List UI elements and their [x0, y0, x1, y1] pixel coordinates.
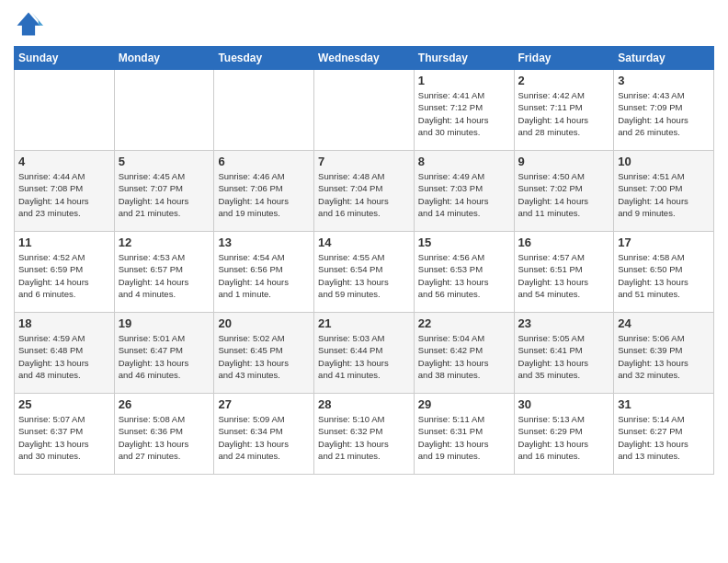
calendar-week-row: 11Sunrise: 4:52 AM Sunset: 6:59 PM Dayli… [15, 232, 714, 313]
calendar-cell: 25Sunrise: 5:07 AM Sunset: 6:37 PM Dayli… [15, 394, 115, 475]
svg-marker-0 [17, 13, 40, 36]
weekday-header: Thursday [414, 47, 514, 70]
day-info: Sunrise: 4:52 AM Sunset: 6:59 PM Dayligh… [18, 251, 110, 300]
day-number: 6 [218, 155, 310, 168]
calendar-cell: 22Sunrise: 5:04 AM Sunset: 6:42 PM Dayli… [414, 313, 514, 394]
calendar-cell: 3Sunrise: 4:43 AM Sunset: 7:09 PM Daylig… [614, 70, 714, 151]
logo-icon [14, 9, 43, 39]
day-info: Sunrise: 4:59 AM Sunset: 6:48 PM Dayligh… [18, 332, 110, 381]
day-info: Sunrise: 5:07 AM Sunset: 6:37 PM Dayligh… [18, 413, 110, 462]
day-info: Sunrise: 5:02 AM Sunset: 6:45 PM Dayligh… [218, 332, 310, 381]
day-info: Sunrise: 4:55 AM Sunset: 6:54 PM Dayligh… [318, 251, 410, 300]
day-number: 30 [518, 397, 610, 411]
day-info: Sunrise: 4:44 AM Sunset: 7:08 PM Dayligh… [18, 170, 110, 219]
day-number: 20 [218, 316, 310, 330]
calendar-cell [314, 70, 415, 151]
calendar-cell: 28Sunrise: 5:10 AM Sunset: 6:32 PM Dayli… [314, 394, 415, 475]
day-number: 17 [618, 236, 710, 249]
calendar-cell: 10Sunrise: 4:51 AM Sunset: 7:00 PM Dayli… [614, 151, 714, 232]
day-info: Sunrise: 4:45 AM Sunset: 7:07 PM Dayligh… [119, 170, 210, 219]
calendar-cell: 14Sunrise: 4:55 AM Sunset: 6:54 PM Dayli… [314, 232, 415, 313]
day-info: Sunrise: 4:48 AM Sunset: 7:04 PM Dayligh… [318, 170, 410, 219]
day-info: Sunrise: 5:14 AM Sunset: 6:27 PM Dayligh… [618, 413, 710, 462]
day-info: Sunrise: 5:10 AM Sunset: 6:32 PM Dayligh… [318, 413, 410, 462]
day-number: 9 [518, 155, 610, 168]
calendar-cell: 19Sunrise: 5:01 AM Sunset: 6:47 PM Dayli… [114, 313, 214, 394]
calendar-cell: 2Sunrise: 4:42 AM Sunset: 7:11 PM Daylig… [514, 70, 614, 151]
day-number: 19 [119, 316, 210, 330]
day-number: 24 [618, 316, 710, 330]
calendar-cell: 12Sunrise: 4:53 AM Sunset: 6:57 PM Dayli… [114, 232, 214, 313]
calendar-cell: 6Sunrise: 4:46 AM Sunset: 7:06 PM Daylig… [214, 151, 314, 232]
day-info: Sunrise: 4:42 AM Sunset: 7:11 PM Dayligh… [518, 89, 610, 138]
day-number: 22 [418, 316, 510, 330]
calendar-cell: 7Sunrise: 4:48 AM Sunset: 7:04 PM Daylig… [314, 151, 415, 232]
day-info: Sunrise: 4:54 AM Sunset: 6:56 PM Dayligh… [218, 251, 310, 300]
calendar-cell: 29Sunrise: 5:11 AM Sunset: 6:31 PM Dayli… [414, 394, 514, 475]
day-number: 1 [418, 74, 510, 87]
day-number: 5 [119, 155, 210, 168]
weekday-header: Friday [514, 47, 614, 70]
logo [14, 9, 47, 39]
day-info: Sunrise: 5:13 AM Sunset: 6:29 PM Dayligh… [518, 413, 610, 462]
day-number: 16 [518, 236, 610, 249]
day-number: 31 [618, 397, 710, 411]
calendar-cell: 11Sunrise: 4:52 AM Sunset: 6:59 PM Dayli… [15, 232, 115, 313]
weekday-header: Tuesday [214, 47, 314, 70]
calendar-cell: 17Sunrise: 4:58 AM Sunset: 6:50 PM Dayli… [614, 232, 714, 313]
day-info: Sunrise: 4:41 AM Sunset: 7:12 PM Dayligh… [418, 89, 510, 138]
day-number: 4 [18, 155, 110, 168]
day-number: 13 [218, 236, 310, 249]
day-number: 11 [18, 236, 110, 249]
calendar-cell: 21Sunrise: 5:03 AM Sunset: 6:44 PM Dayli… [314, 313, 415, 394]
calendar-cell: 23Sunrise: 5:05 AM Sunset: 6:41 PM Dayli… [514, 313, 614, 394]
weekday-header: Sunday [15, 47, 115, 70]
day-number: 25 [18, 397, 110, 411]
calendar-cell: 30Sunrise: 5:13 AM Sunset: 6:29 PM Dayli… [514, 394, 614, 475]
calendar-cell: 9Sunrise: 4:50 AM Sunset: 7:02 PM Daylig… [514, 151, 614, 232]
day-number: 26 [119, 397, 210, 411]
calendar-cell [214, 70, 314, 151]
calendar-cell: 15Sunrise: 4:56 AM Sunset: 6:53 PM Dayli… [414, 232, 514, 313]
day-info: Sunrise: 4:53 AM Sunset: 6:57 PM Dayligh… [119, 251, 210, 300]
calendar-week-row: 18Sunrise: 4:59 AM Sunset: 6:48 PM Dayli… [15, 313, 714, 394]
calendar-cell: 13Sunrise: 4:54 AM Sunset: 6:56 PM Dayli… [214, 232, 314, 313]
day-info: Sunrise: 5:04 AM Sunset: 6:42 PM Dayligh… [418, 332, 510, 381]
day-info: Sunrise: 5:08 AM Sunset: 6:36 PM Dayligh… [119, 413, 210, 462]
calendar-cell [15, 70, 115, 151]
calendar-cell: 27Sunrise: 5:09 AM Sunset: 6:34 PM Dayli… [214, 394, 314, 475]
day-info: Sunrise: 4:56 AM Sunset: 6:53 PM Dayligh… [418, 251, 510, 300]
day-number: 27 [218, 397, 310, 411]
calendar-cell: 4Sunrise: 4:44 AM Sunset: 7:08 PM Daylig… [15, 151, 115, 232]
day-info: Sunrise: 4:46 AM Sunset: 7:06 PM Dayligh… [218, 170, 310, 219]
day-info: Sunrise: 5:11 AM Sunset: 6:31 PM Dayligh… [418, 413, 510, 462]
calendar-cell: 26Sunrise: 5:08 AM Sunset: 6:36 PM Dayli… [114, 394, 214, 475]
day-number: 2 [518, 74, 610, 87]
calendar-table: SundayMondayTuesdayWednesdayThursdayFrid… [14, 46, 714, 475]
weekday-header: Wednesday [314, 47, 415, 70]
day-number: 15 [418, 236, 510, 249]
calendar-cell: 16Sunrise: 4:57 AM Sunset: 6:51 PM Dayli… [514, 232, 614, 313]
day-info: Sunrise: 5:05 AM Sunset: 6:41 PM Dayligh… [518, 332, 610, 381]
day-number: 28 [318, 397, 410, 411]
day-info: Sunrise: 5:09 AM Sunset: 6:34 PM Dayligh… [218, 413, 310, 462]
calendar-cell [114, 70, 214, 151]
calendar-cell: 20Sunrise: 5:02 AM Sunset: 6:45 PM Dayli… [214, 313, 314, 394]
day-info: Sunrise: 5:03 AM Sunset: 6:44 PM Dayligh… [318, 332, 410, 381]
day-number: 8 [418, 155, 510, 168]
day-info: Sunrise: 4:57 AM Sunset: 6:51 PM Dayligh… [518, 251, 610, 300]
day-number: 3 [618, 74, 710, 87]
day-info: Sunrise: 4:50 AM Sunset: 7:02 PM Dayligh… [518, 170, 610, 219]
calendar-cell: 1Sunrise: 4:41 AM Sunset: 7:12 PM Daylig… [414, 70, 514, 151]
weekday-header: Saturday [614, 47, 714, 70]
weekday-header-row: SundayMondayTuesdayWednesdayThursdayFrid… [15, 47, 714, 70]
calendar-cell: 18Sunrise: 4:59 AM Sunset: 6:48 PM Dayli… [15, 313, 115, 394]
day-info: Sunrise: 5:01 AM Sunset: 6:47 PM Dayligh… [119, 332, 210, 381]
calendar-week-row: 4Sunrise: 4:44 AM Sunset: 7:08 PM Daylig… [15, 151, 714, 232]
calendar-cell: 31Sunrise: 5:14 AM Sunset: 6:27 PM Dayli… [614, 394, 714, 475]
day-info: Sunrise: 5:06 AM Sunset: 6:39 PM Dayligh… [618, 332, 710, 381]
day-info: Sunrise: 4:58 AM Sunset: 6:50 PM Dayligh… [618, 251, 710, 300]
day-number: 21 [318, 316, 410, 330]
calendar-cell: 5Sunrise: 4:45 AM Sunset: 7:07 PM Daylig… [114, 151, 214, 232]
day-number: 23 [518, 316, 610, 330]
